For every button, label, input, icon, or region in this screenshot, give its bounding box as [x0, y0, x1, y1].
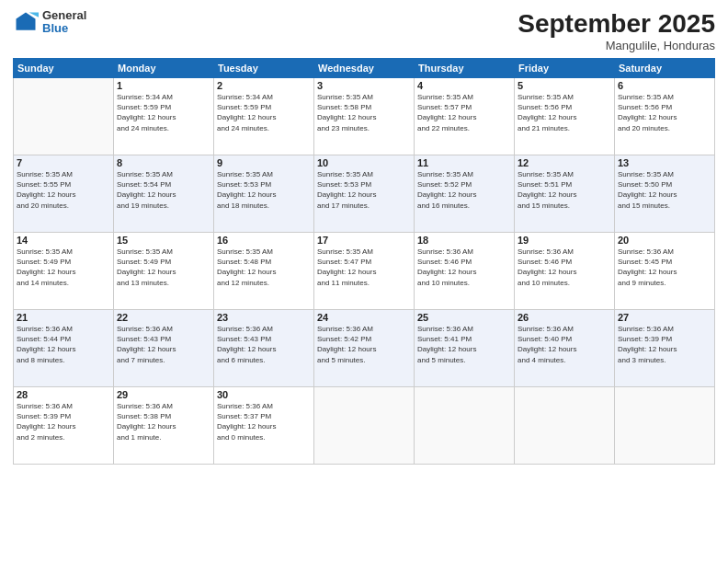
day-info: Sunrise: 5:36 AM Sunset: 5:43 PM Dayligh…	[217, 324, 311, 365]
table-cell: 27Sunrise: 5:36 AM Sunset: 5:39 PM Dayli…	[615, 310, 715, 387]
day-number: 11	[417, 157, 511, 168]
day-number: 25	[417, 312, 511, 323]
day-number: 10	[317, 157, 411, 168]
table-cell: 22Sunrise: 5:36 AM Sunset: 5:43 PM Dayli…	[114, 310, 214, 387]
table-cell	[314, 387, 415, 465]
day-info: Sunrise: 5:35 AM Sunset: 5:57 PM Dayligh…	[417, 92, 511, 133]
table-cell: 9Sunrise: 5:35 AM Sunset: 5:53 PM Daylig…	[214, 155, 314, 233]
table-cell	[14, 78, 114, 155]
day-info: Sunrise: 5:35 AM Sunset: 5:56 PM Dayligh…	[518, 92, 611, 133]
calendar-header-row: Sunday Monday Tuesday Wednesday Thursday…	[14, 59, 715, 78]
location: Mangulile, Honduras	[518, 39, 715, 52]
logo-blue: Blue	[42, 22, 86, 35]
day-number: 28	[17, 389, 110, 400]
day-number: 12	[518, 157, 611, 168]
page: General Blue September 2025 Mangulile, H…	[0, 0, 728, 563]
day-number: 3	[317, 80, 411, 91]
day-info: Sunrise: 5:36 AM Sunset: 5:41 PM Dayligh…	[417, 324, 511, 365]
calendar-row: 7Sunrise: 5:35 AM Sunset: 5:55 PM Daylig…	[14, 155, 715, 233]
table-cell: 3Sunrise: 5:35 AM Sunset: 5:58 PM Daylig…	[314, 78, 415, 155]
table-cell: 18Sunrise: 5:36 AM Sunset: 5:46 PM Dayli…	[415, 233, 515, 310]
day-number: 17	[317, 235, 411, 246]
day-info: Sunrise: 5:35 AM Sunset: 5:48 PM Dayligh…	[217, 247, 311, 288]
svg-marker-0	[17, 13, 36, 30]
day-number: 9	[217, 157, 311, 168]
table-cell	[415, 387, 515, 465]
col-friday: Friday	[515, 59, 615, 78]
day-info: Sunrise: 5:35 AM Sunset: 5:49 PM Dayligh…	[117, 247, 210, 288]
table-cell: 6Sunrise: 5:35 AM Sunset: 5:56 PM Daylig…	[615, 78, 715, 155]
calendar-row: 28Sunrise: 5:36 AM Sunset: 5:39 PM Dayli…	[14, 387, 715, 465]
day-info: Sunrise: 5:36 AM Sunset: 5:39 PM Dayligh…	[17, 401, 110, 442]
day-number: 14	[17, 235, 110, 246]
day-info: Sunrise: 5:36 AM Sunset: 5:37 PM Dayligh…	[217, 401, 311, 442]
table-cell: 20Sunrise: 5:36 AM Sunset: 5:45 PM Dayli…	[615, 233, 715, 310]
day-number: 16	[217, 235, 311, 246]
day-info: Sunrise: 5:35 AM Sunset: 5:58 PM Dayligh…	[317, 92, 411, 133]
day-info: Sunrise: 5:35 AM Sunset: 5:55 PM Dayligh…	[17, 169, 110, 211]
day-info: Sunrise: 5:35 AM Sunset: 5:50 PM Dayligh…	[618, 169, 711, 211]
day-number: 21	[17, 312, 110, 323]
day-number: 26	[518, 312, 611, 323]
calendar-row: 14Sunrise: 5:35 AM Sunset: 5:49 PM Dayli…	[14, 233, 715, 310]
day-info: Sunrise: 5:35 AM Sunset: 5:56 PM Dayligh…	[618, 92, 711, 133]
col-tuesday: Tuesday	[214, 59, 314, 78]
day-info: Sunrise: 5:36 AM Sunset: 5:46 PM Dayligh…	[518, 247, 611, 288]
table-cell: 4Sunrise: 5:35 AM Sunset: 5:57 PM Daylig…	[415, 78, 515, 155]
day-info: Sunrise: 5:35 AM Sunset: 5:47 PM Dayligh…	[317, 247, 411, 288]
table-cell: 7Sunrise: 5:35 AM Sunset: 5:55 PM Daylig…	[14, 155, 114, 233]
day-info: Sunrise: 5:35 AM Sunset: 5:53 PM Dayligh…	[217, 169, 311, 211]
table-cell: 30Sunrise: 5:36 AM Sunset: 5:37 PM Dayli…	[214, 387, 314, 465]
table-cell: 13Sunrise: 5:35 AM Sunset: 5:50 PM Dayli…	[615, 155, 715, 233]
col-wednesday: Wednesday	[314, 59, 415, 78]
day-info: Sunrise: 5:36 AM Sunset: 5:46 PM Dayligh…	[417, 247, 511, 288]
table-cell: 15Sunrise: 5:35 AM Sunset: 5:49 PM Dayli…	[114, 233, 214, 310]
day-info: Sunrise: 5:36 AM Sunset: 5:43 PM Dayligh…	[117, 324, 210, 365]
day-info: Sunrise: 5:35 AM Sunset: 5:49 PM Dayligh…	[17, 247, 110, 288]
day-number: 18	[417, 235, 511, 246]
day-info: Sunrise: 5:35 AM Sunset: 5:52 PM Dayligh…	[417, 169, 511, 211]
table-cell: 21Sunrise: 5:36 AM Sunset: 5:44 PM Dayli…	[14, 310, 114, 387]
table-cell: 2Sunrise: 5:34 AM Sunset: 5:59 PM Daylig…	[214, 78, 314, 155]
col-monday: Monday	[114, 59, 214, 78]
header: General Blue September 2025 Mangulile, H…	[13, 9, 715, 52]
table-cell: 8Sunrise: 5:35 AM Sunset: 5:54 PM Daylig…	[114, 155, 214, 233]
day-number: 6	[618, 80, 711, 91]
day-number: 15	[117, 235, 210, 246]
day-number: 23	[217, 312, 311, 323]
table-cell: 17Sunrise: 5:35 AM Sunset: 5:47 PM Dayli…	[314, 233, 415, 310]
day-number: 30	[217, 389, 311, 400]
logo-general: General	[42, 9, 86, 22]
table-cell: 25Sunrise: 5:36 AM Sunset: 5:41 PM Dayli…	[415, 310, 515, 387]
day-info: Sunrise: 5:36 AM Sunset: 5:40 PM Dayligh…	[518, 324, 611, 365]
table-cell: 1Sunrise: 5:34 AM Sunset: 5:59 PM Daylig…	[114, 78, 214, 155]
logo-text: General Blue	[42, 9, 86, 36]
day-number: 27	[618, 312, 711, 323]
day-number: 8	[117, 157, 210, 168]
day-number: 5	[518, 80, 611, 91]
logo: General Blue	[13, 9, 86, 36]
day-info: Sunrise: 5:35 AM Sunset: 5:53 PM Dayligh…	[317, 169, 411, 211]
calendar-table: Sunday Monday Tuesday Wednesday Thursday…	[13, 58, 715, 465]
calendar-row: 1Sunrise: 5:34 AM Sunset: 5:59 PM Daylig…	[14, 78, 715, 155]
month-title: September 2025	[518, 9, 715, 39]
table-cell: 26Sunrise: 5:36 AM Sunset: 5:40 PM Dayli…	[515, 310, 615, 387]
table-cell: 24Sunrise: 5:36 AM Sunset: 5:42 PM Dayli…	[314, 310, 415, 387]
table-cell	[515, 387, 615, 465]
table-cell	[615, 387, 715, 465]
day-number: 20	[618, 235, 711, 246]
day-number: 1	[117, 80, 210, 91]
table-cell: 28Sunrise: 5:36 AM Sunset: 5:39 PM Dayli…	[14, 387, 114, 465]
day-number: 13	[618, 157, 711, 168]
day-number: 7	[17, 157, 110, 168]
title-block: September 2025 Mangulile, Honduras	[518, 9, 715, 52]
table-cell: 23Sunrise: 5:36 AM Sunset: 5:43 PM Dayli…	[214, 310, 314, 387]
col-saturday: Saturday	[615, 59, 715, 78]
day-info: Sunrise: 5:35 AM Sunset: 5:51 PM Dayligh…	[518, 169, 611, 211]
table-cell: 16Sunrise: 5:35 AM Sunset: 5:48 PM Dayli…	[214, 233, 314, 310]
day-info: Sunrise: 5:36 AM Sunset: 5:39 PM Dayligh…	[618, 324, 711, 365]
day-number: 24	[317, 312, 411, 323]
table-cell: 11Sunrise: 5:35 AM Sunset: 5:52 PM Dayli…	[415, 155, 515, 233]
table-cell: 10Sunrise: 5:35 AM Sunset: 5:53 PM Dayli…	[314, 155, 415, 233]
day-number: 29	[117, 389, 210, 400]
